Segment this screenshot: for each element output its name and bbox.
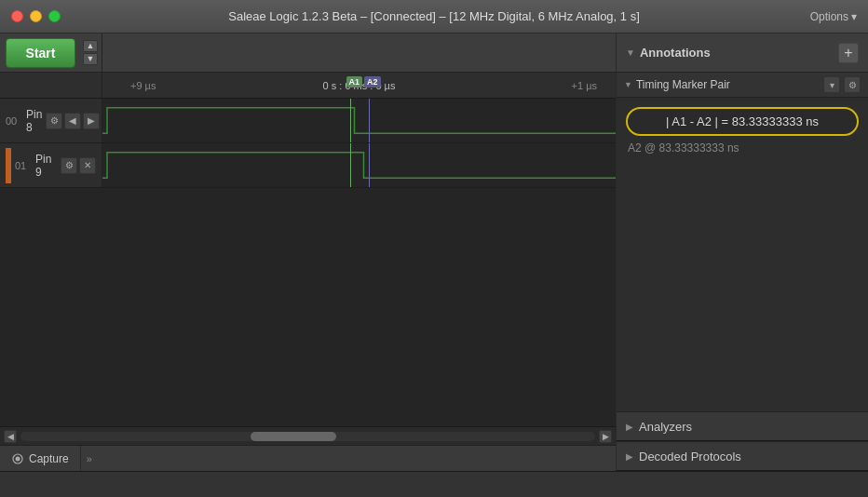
a2-position-label: A2 @ 83.33333333 ns [628,141,857,154]
scroll-left-button[interactable]: ◀ [4,430,17,443]
annotation-dropdown-button[interactable]: ▾ [823,76,840,93]
channel-icons-1: ⚙ ✕ [61,157,96,174]
marker-a1-badge[interactable]: A1 [346,76,363,87]
channel-label-1: 01 Pin 9 ⚙ ✕ [0,143,102,187]
main-layout: Start ▲ ▼ +9 µs 0 s : 0 ms : 0 µs +1 µs … [0,34,868,471]
panel-content [617,162,868,411]
decoded-protocols-title: Decoded Protocols [639,450,741,463]
options-button[interactable]: Options ▾ [810,10,857,23]
channel-gear-icon-1[interactable]: ⚙ [61,157,77,174]
time-right-label: +1 µs [572,80,597,91]
time-ruler-track: +9 µs 0 s : 0 ms : 0 µs +1 µs A1 A2 [102,73,616,98]
channel-num-1: 01 [15,160,32,171]
channel-row-1: 01 Pin 9 ⚙ ✕ [0,143,616,188]
marker-a2-line-1 [369,143,370,187]
channel-left-icon-0[interactable]: ◀ [64,113,81,129]
close-button[interactable] [11,10,23,22]
channel-row-0: 00 Pin 8 ⚙ ◀ ▶ [0,99,616,143]
title-bar: Saleae Logic 1.2.3 Beta – [Connected] – … [0,0,868,34]
annotations-header: ▼ Annotations + [617,34,868,73]
capture-button[interactable]: Capture [0,446,81,471]
annotations-triangle-icon: ▼ [626,47,635,58]
waveform-svg-0 [102,99,616,142]
capture-icon [11,452,24,465]
annotation-name: Timing Marker Pair [636,78,820,91]
annotation-item-timing: ▼ Timing Marker Pair ▾ ⚙ [617,73,868,98]
channel-close-icon-1[interactable]: ✕ [79,157,96,174]
up-arrow-button[interactable]: ▲ [83,40,98,52]
start-button[interactable]: Start [6,38,75,68]
marker-a2-badge[interactable]: A2 [364,76,381,87]
channel-name-1: Pin 9 [35,153,57,179]
scroll-right-button[interactable]: ▶ [599,430,612,443]
status-bar [0,471,868,497]
scrollbar-thumb[interactable] [251,432,337,441]
channels-area: 00 Pin 8 ⚙ ◀ ▶ [0,99,616,426]
channel-name-0: Pin 8 [26,108,42,134]
decoded-protocols-section-header[interactable]: ▶ Decoded Protocols [617,441,868,471]
analyzers-triangle-icon: ▶ [626,422,633,432]
annotation-expand-icon: ▼ [624,80,632,89]
double-arrow-button[interactable]: » [81,453,98,464]
orange-stripe-1 [6,148,11,183]
decoded-protocols-triangle-icon: ▶ [626,451,633,462]
analyzers-section-header[interactable]: ▶ Analyzers [617,411,868,441]
marker-a1-line-1 [350,143,351,187]
down-arrow-button[interactable]: ▼ [83,53,98,65]
channel-num-0: 00 [6,115,22,127]
minimize-button[interactable] [30,10,42,22]
channel-icons-0: ⚙ ◀ ▶ [46,113,100,129]
channel-gear-icon-0[interactable]: ⚙ [46,113,62,129]
right-panel: ▼ Annotations + ▼ Timing Marker Pair ▾ ⚙… [617,34,868,471]
annotations-title: Annotations [640,46,838,60]
start-section: Start ▲ ▼ [0,34,102,72]
window-controls [11,10,61,22]
waveform-svg-1 [102,143,616,187]
annotation-gear-button[interactable]: ⚙ [844,76,861,93]
channel-label-0: 00 Pin 8 ⚙ ◀ ▶ [0,99,102,142]
marker-a1-line-0 [350,99,351,142]
time-ruler-left [0,73,102,98]
capture-label: Capture [29,452,69,465]
left-panel: Start ▲ ▼ +9 µs 0 s : 0 ms : 0 µs +1 µs … [0,34,617,471]
scrollbar-area: ◀ ▶ [0,426,616,445]
scrollbar-track[interactable] [20,432,595,441]
svg-point-1 [16,456,20,461]
window-title: Saleae Logic 1.2.3 Beta – [Connected] – … [228,9,640,23]
maximize-button[interactable] [48,10,61,22]
channel-waveform-1 [102,143,616,187]
channel-waveform-0 [102,99,616,142]
time-ruler: +9 µs 0 s : 0 ms : 0 µs +1 µs A1 A2 [0,73,616,99]
time-left-label: +9 µs [130,80,156,91]
main-toolbar: Start ▲ ▼ [0,34,616,73]
start-arrows: ▲ ▼ [83,40,98,65]
analyzers-title: Analyzers [639,420,692,434]
bottom-bar: Capture » [0,445,616,471]
marker-a2-line-0 [369,99,370,142]
annotations-add-button[interactable]: + [838,43,859,63]
channel-right-icon-0[interactable]: ▶ [83,113,100,129]
timing-result-box: | A1 - A2 | = 83.33333333 ns [626,107,859,136]
